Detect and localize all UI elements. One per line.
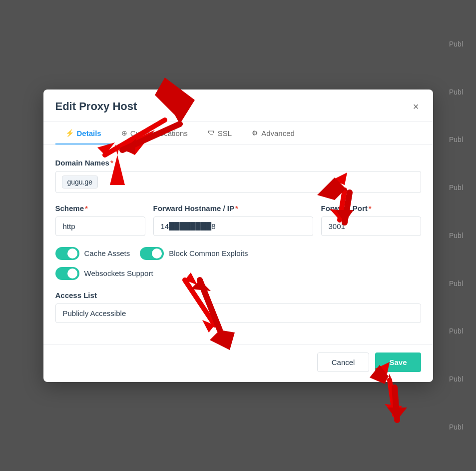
port-input[interactable] (321, 216, 421, 236)
modal-footer: Cancel Save (43, 344, 433, 382)
toggle-row-2: Websockets Support (55, 267, 421, 280)
hostname-col: Forward Hostname / IP* (153, 204, 313, 236)
modal-body: Domain Names* gugu.ge Scheme* Forward Ho… (43, 144, 433, 344)
ssl-icon: 🛡 (208, 129, 215, 137)
toggle-row-1: Cache Assets Block Common Exploits (55, 247, 421, 260)
hostname-label: Forward Hostname / IP* (153, 204, 313, 212)
modal-title: Edit Proxy Host (55, 100, 137, 113)
cache-assets-toggle[interactable] (55, 247, 79, 260)
cache-assets-toggle-item: Cache Assets (55, 247, 130, 260)
domain-names-label: Domain Names* (55, 158, 421, 167)
domain-names-input-wrapper[interactable]: gugu.ge (55, 171, 421, 193)
connection-row: Scheme* Forward Hostname / IP* Forward P… (55, 204, 421, 236)
block-exploits-toggle[interactable] (140, 247, 164, 260)
close-button[interactable]: × (411, 100, 421, 114)
domain-tag: gugu.ge (62, 176, 98, 188)
edit-proxy-host-modal: Edit Proxy Host × ⚡ Details ⊕ Custom loc… (43, 90, 433, 382)
tab-ssl-label: SSL (218, 129, 232, 138)
access-list-label: Access List (55, 291, 421, 300)
save-button[interactable]: Save (375, 352, 421, 372)
details-icon: ⚡ (65, 129, 74, 137)
block-exploits-toggle-item: Block Common Exploits (140, 247, 248, 260)
tab-advanced[interactable]: ⚙ Advanced (242, 122, 305, 144)
websockets-label: Websockets Support (84, 269, 153, 278)
tab-custom-locations[interactable]: ⊕ Custom locations (111, 122, 198, 144)
tab-bar: ⚡ Details ⊕ Custom locations 🛡 SSL ⚙ Adv… (43, 122, 433, 144)
websockets-toggle-item: Websockets Support (55, 267, 153, 280)
cancel-button[interactable]: Cancel (317, 352, 370, 372)
access-list-group: Access List Publicly Accessible (55, 291, 421, 323)
scheme-input[interactable] (55, 216, 145, 236)
access-list-select[interactable]: Publicly Accessible (55, 304, 421, 323)
block-exploits-slider (140, 247, 164, 260)
scheme-label: Scheme* (55, 204, 145, 212)
advanced-icon: ⚙ (252, 129, 258, 137)
websockets-toggle[interactable] (55, 267, 79, 280)
tab-advanced-label: Advanced (261, 129, 295, 138)
hostname-input[interactable] (153, 216, 313, 236)
tab-ssl[interactable]: 🛡 SSL (198, 122, 242, 144)
domain-names-group: Domain Names* gugu.ge (55, 158, 421, 193)
access-list-select-wrapper: Publicly Accessible (55, 304, 421, 323)
modal-overlay: Edit Proxy Host × ⚡ Details ⊕ Custom loc… (0, 0, 476, 471)
cache-assets-label: Cache Assets (84, 249, 130, 258)
block-exploits-label: Block Common Exploits (169, 249, 248, 258)
toggles-section: Cache Assets Block Common Exploits (55, 247, 421, 280)
tab-details[interactable]: ⚡ Details (55, 122, 111, 144)
port-label: Forward Port* (321, 204, 421, 212)
websockets-slider (55, 267, 79, 280)
custom-locations-icon: ⊕ (121, 129, 127, 137)
tab-details-label: Details (77, 129, 101, 138)
scheme-col: Scheme* (55, 204, 145, 236)
tab-custom-locations-label: Custom locations (130, 129, 188, 138)
cache-assets-slider (55, 247, 79, 260)
port-col: Forward Port* (321, 204, 421, 236)
modal-header: Edit Proxy Host × (43, 90, 433, 122)
